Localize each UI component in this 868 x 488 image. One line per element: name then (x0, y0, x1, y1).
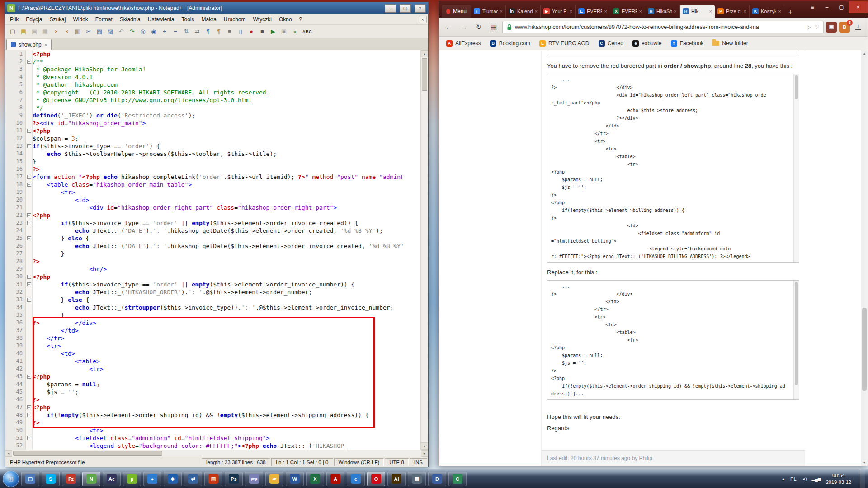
clock[interactable]: 08:54 2019-03-12 (826, 472, 851, 486)
hidden-icons-arrow[interactable]: ▲ (781, 477, 785, 481)
save-all-icon[interactable]: ▦ (40, 27, 50, 37)
record-macro-icon[interactable]: ● (246, 27, 256, 37)
hscrollbar-thumb[interactable] (13, 451, 162, 456)
browser-blue-icon[interactable]: ● (143, 472, 161, 486)
explorer-icon[interactable]: ▢ (21, 472, 39, 486)
menu-item-1[interactable]: Edycja (22, 15, 46, 24)
cut-icon[interactable]: ✂ (84, 27, 94, 37)
excel-icon[interactable]: X (306, 472, 324, 486)
browser-tab-5[interactable]: HHikaSh× (645, 5, 680, 18)
pdf-icon[interactable]: ▤ (204, 472, 222, 486)
status-eol[interactable]: Windows (CR LF) (334, 458, 384, 466)
editor-horizontal-scrollbar[interactable]: ◄ ► (5, 450, 428, 457)
undo-icon[interactable]: ↶ (116, 27, 126, 37)
photoshop-icon[interactable]: Ps (225, 472, 243, 486)
code-block-2-scrollbar[interactable] (793, 281, 799, 399)
disk-icon[interactable]: D (428, 472, 446, 486)
stop-macro-icon[interactable]: ■ (257, 27, 267, 37)
play-macro-icon[interactable]: ▶ (268, 27, 278, 37)
extension-1-icon[interactable]: ▣ (826, 22, 837, 33)
forward-icon[interactable]: → (458, 21, 470, 33)
fold-collapse-icon[interactable]: − (27, 413, 31, 417)
tab-close-icon[interactable]: × (744, 9, 746, 14)
address-bar[interactable]: www.hikashop.com/forum/customers/897072-… (502, 21, 824, 33)
scroll-left-icon[interactable]: ◄ (5, 450, 12, 457)
speed-dial-icon[interactable]: ▦ (487, 21, 500, 33)
minimize-button[interactable]: – (385, 4, 396, 13)
open-file-icon[interactable]: ▤ (19, 27, 28, 37)
illustrator-icon[interactable]: Ai (387, 472, 406, 486)
download-icon[interactable]: ↓ (852, 24, 864, 30)
paste-icon[interactable]: ▨ (105, 27, 115, 37)
menu-item-11[interactable]: Okno (275, 15, 296, 24)
replace-icon[interactable]: ◉ (149, 27, 159, 37)
after-effects-icon[interactable]: Ae (103, 472, 121, 486)
bookmark-5[interactable]: fFacebook (671, 40, 704, 47)
code-block-1-scrollbar[interactable] (793, 74, 799, 262)
copy-icon[interactable]: ▧ (94, 27, 104, 37)
acrobat-icon[interactable]: A (326, 472, 344, 486)
scroll-down-icon[interactable]: ▼ (421, 442, 428, 450)
bookmark-0[interactable]: AAliExpress (446, 40, 481, 47)
indent-guide-icon[interactable]: ≡ (225, 27, 235, 37)
page-scroll-up-icon[interactable]: ▲ (861, 50, 868, 57)
close-button[interactable]: × (415, 4, 426, 13)
page-scrollbar[interactable]: ▲ ▼ (861, 50, 868, 466)
utorrent-icon[interactable]: µ (123, 472, 141, 486)
start-button[interactable]: ⊞ (3, 471, 19, 487)
find-icon[interactable]: ◎ (138, 27, 148, 37)
editor-vertical-scrollbar[interactable]: ▲ ▼ (420, 50, 428, 450)
bookmark-heart-icon[interactable]: ♡ (814, 24, 819, 30)
tab-menu-icon[interactable]: ≡ (805, 1, 820, 13)
run-multi-icon[interactable]: » (290, 27, 300, 37)
menu-item-7[interactable]: Tools (178, 15, 198, 24)
menu-item-5[interactable]: Składnia (116, 15, 144, 24)
new-file-icon[interactable]: ▢ (8, 27, 18, 37)
url-text[interactable]: www.hikashop.com/forum/customers/897072-… (515, 24, 804, 30)
menu-item-6[interactable]: Ustawienia (144, 15, 178, 24)
menu-item-8[interactable]: Makra (198, 15, 220, 24)
opera-close-button[interactable]: × (849, 1, 868, 13)
zoom-in-icon[interactable]: + (160, 27, 170, 37)
fold-collapse-icon[interactable]: − (27, 405, 31, 409)
menu-item-4[interactable]: Format (92, 15, 116, 24)
document-close-icon[interactable]: × (419, 16, 427, 23)
fold-collapse-icon[interactable]: − (27, 183, 31, 187)
calculator-icon[interactable]: ▦ (408, 472, 426, 486)
fold-collapse-icon[interactable]: − (27, 144, 31, 148)
fold-collapse-icon[interactable]: − (27, 175, 31, 179)
browser-tab-6[interactable]: HHik× (680, 5, 715, 18)
zoom-out-icon[interactable]: − (170, 27, 180, 37)
ie-icon[interactable]: e (347, 472, 365, 486)
print-icon[interactable]: ▥ (73, 27, 83, 37)
save-macro-icon[interactable]: ▣ (279, 27, 289, 37)
network-icon[interactable]: ▂▄▆ (811, 477, 821, 481)
editor-tab-show-php[interactable]: show.php × (6, 39, 52, 50)
tab-close-icon[interactable]: × (709, 9, 712, 14)
fold-collapse-icon[interactable]: − (27, 236, 31, 240)
browser-tab-7[interactable]: PPrze cz× (715, 5, 750, 18)
tab-close-icon[interactable]: × (604, 9, 607, 14)
bookmark-4[interactable]: eeobuwie (632, 40, 662, 47)
code-block-2-thumb[interactable] (795, 282, 798, 385)
show-symbols-icon[interactable]: ¶ (214, 27, 224, 37)
menu-item-12[interactable]: ? (296, 15, 306, 24)
fold-collapse-icon[interactable]: − (27, 213, 31, 217)
sync-h-icon[interactable]: ⇄ (192, 27, 202, 37)
scrollbar-thumb[interactable] (422, 58, 427, 91)
menu-item-10[interactable]: Wtyczki (250, 15, 275, 24)
tab-close-icon[interactable]: × (570, 9, 572, 14)
fold-collapse-icon[interactable]: − (27, 375, 31, 379)
code-area[interactable]: <?php/** * @package HikaShop for Joomla!… (33, 50, 420, 450)
menu-item-3[interactable]: Widok (69, 15, 91, 24)
show-desktop-button[interactable] (860, 469, 865, 488)
save-icon[interactable]: ▣ (29, 27, 39, 37)
status-insert-mode[interactable]: INS (410, 458, 427, 466)
fold-collapse-icon[interactable]: − (27, 298, 31, 302)
opera-maximize-button[interactable]: ▢ (834, 1, 849, 13)
code-block-replacement[interactable]: ...?> </div> </td> </tr> <tr> <td> <tabl… (547, 280, 799, 400)
menu-item-9[interactable]: Uruchom (220, 15, 250, 24)
bookmark-2[interactable]: ERTV EURO AGD (539, 40, 589, 47)
language-indicator[interactable]: PL (790, 476, 796, 482)
spellcheck-icon[interactable]: ABC (301, 27, 314, 37)
